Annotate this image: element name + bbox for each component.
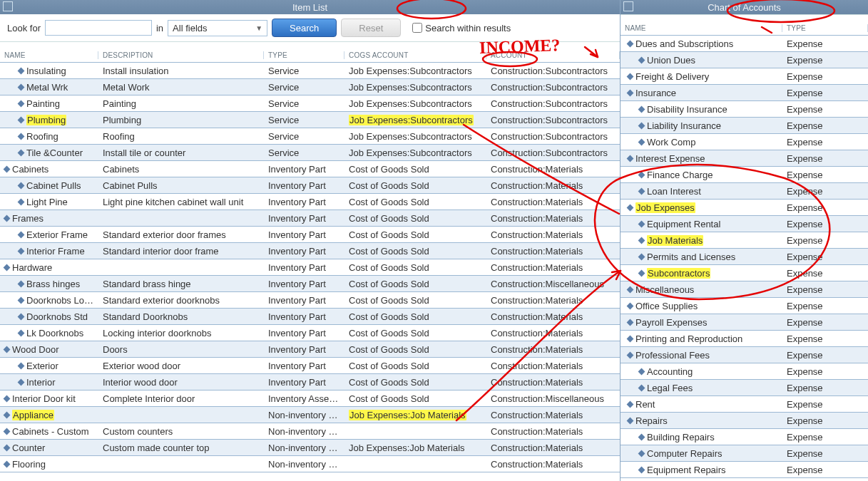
cell-name: Cabinets	[0, 164, 98, 175]
field-select-value: All fields	[173, 23, 207, 33]
table-row[interactable]: Computer RepairsExpense	[621, 445, 868, 462]
table-row[interactable]: Equipment RentalExpense	[621, 216, 868, 232]
table-row[interactable]: Doorknobs StdStandard DoorknobsInventory…	[0, 309, 620, 325]
table-row[interactable]: Freight & DeliveryExpense	[621, 68, 868, 85]
header-description[interactable]: DESCRIPTION	[98, 51, 264, 59]
table-row[interactable]: Lk DoorknobsLocking interior doorknobsIn…	[0, 325, 620, 341]
cell-description: Install tile or counter	[98, 148, 264, 158]
table-row[interactable]: Disability InsuranceExpense	[621, 101, 868, 118]
table-row[interactable]: Printing and ReproductionExpense	[621, 331, 868, 347]
cell-description: Painting	[98, 98, 264, 109]
table-row[interactable]: ExteriorExterior wood doorInventory Part…	[0, 358, 620, 374]
table-row[interactable]: Tile &CounterInstall tile or counterServ…	[0, 145, 620, 161]
table-row[interactable]: Interest ExpenseExpense	[621, 150, 868, 167]
table-row[interactable]: Permits and LicensesExpense	[621, 249, 868, 265]
cell-cogs: Cost of Goods Sold	[344, 213, 486, 224]
search-button[interactable]: Search	[272, 19, 337, 37]
table-row[interactable]: Cabinet PullsCabinet PullsInventory Part…	[0, 177, 620, 194]
diamond-icon	[638, 105, 645, 113]
table-row[interactable]: PlumbingPlumbingServiceJob Expenses:Subc…	[0, 112, 620, 128]
cell-description: Standard exterior doorknobs	[98, 295, 264, 306]
header-cogs-account[interactable]: COGS ACCOUNT	[344, 51, 486, 59]
table-row[interactable]: InteriorInterior wood doorInventory Part…	[0, 374, 620, 391]
table-row[interactable]: Wood DoorDoorsInventory PartCost of Good…	[0, 341, 620, 358]
cell-type: Inventory Part	[264, 344, 344, 355]
table-row[interactable]: Building RepairsExpense	[621, 429, 868, 445]
table-row[interactable]: Dues and SubscriptionsExpense	[621, 36, 868, 52]
table-row[interactable]: Interior Door kitComplete Interior doorI…	[0, 391, 620, 407]
header-name[interactable]: NAME	[0, 51, 98, 59]
field-select[interactable]: All fields ▼	[168, 20, 267, 36]
item-list-titlebar[interactable]: Item List	[0, 0, 620, 14]
cell-type: Non-inventory Part	[264, 410, 344, 420]
table-row[interactable]: Work CompExpense	[621, 134, 868, 150]
cell-description: Standard exterior door frames	[98, 229, 264, 240]
cell-cogs: Job Expenses:Subcontractors	[344, 115, 486, 125]
cell-cogs: Cost of Goods Sold	[344, 295, 486, 306]
table-row[interactable]: Liability InsuranceExpense	[621, 118, 868, 134]
table-row[interactable]: Payroll ExpensesExpense	[621, 314, 868, 331]
window-control-icon[interactable]	[3, 1, 13, 11]
coa-header: NAME TYPE	[621, 14, 868, 36]
table-row[interactable]: RentExpense	[621, 396, 868, 413]
table-row[interactable]: Job MaterialsExpense	[621, 232, 868, 249]
table-row[interactable]: SubcontractorsExpense	[621, 265, 868, 281]
table-row[interactable]: AccountingExpense	[621, 363, 868, 380]
cell-account: Construction:Materials	[486, 229, 620, 240]
window-control-icon[interactable]	[623, 1, 633, 11]
table-row[interactable]: Light PineLight pine kitchen cabinet wal…	[0, 194, 620, 210]
item-list-rows[interactable]: InsulatingInstall insulationServiceJob E…	[0, 63, 620, 481]
table-row[interactable]: Finance ChargeExpense	[621, 167, 868, 183]
diamond-icon	[18, 83, 25, 90]
table-row[interactable]: FramesInventory PartCost of Goods SoldCo…	[0, 210, 620, 227]
cell-type: Expense	[782, 235, 868, 246]
coa-titlebar[interactable]: Chart of Accounts	[621, 0, 868, 14]
table-row[interactable]: Doorknobs Lock...Standard exterior doork…	[0, 292, 620, 309]
table-row[interactable]: InsuranceExpense	[621, 85, 868, 101]
table-row[interactable]: RepairsExpense	[621, 413, 868, 429]
table-row[interactable]: Exterior FrameStandard exterior door fra…	[0, 227, 620, 243]
table-row[interactable]: Office SuppliesExpense	[621, 298, 868, 314]
cell-description: Custom made counter top	[98, 443, 264, 453]
table-row[interactable]: FlooringNon-inventory PartConstruction:M…	[0, 456, 620, 472]
cell-type: Expense	[782, 465, 868, 475]
table-row[interactable]: Metal WrkMetal WorkServiceJob Expenses:S…	[0, 79, 620, 95]
search-within-input[interactable]	[412, 23, 422, 33]
table-row[interactable]: InsulatingInstall insulationServiceJob E…	[0, 63, 620, 79]
header-name[interactable]: NAME	[621, 24, 782, 32]
table-row[interactable]: Legal FeesExpense	[621, 380, 868, 396]
table-row[interactable]: CounterCustom made counter topNon-invent…	[0, 440, 620, 456]
cell-type: Expense	[782, 317, 868, 328]
search-within-checkbox[interactable]: Search within results	[412, 23, 511, 33]
cell-account: Construction:Miscellaneous	[486, 393, 620, 404]
table-row[interactable]: MiscellaneousExpense	[621, 281, 868, 298]
reset-button[interactable]: Reset	[341, 19, 401, 37]
table-row[interactable]: PaintingPaintingServiceJob Expenses:Subc…	[0, 95, 620, 112]
table-row[interactable]: Union DuesExpense	[621, 52, 868, 68]
table-row[interactable]: Job ExpensesExpense	[621, 200, 868, 216]
cell-type: Non-inventory Part	[264, 443, 344, 453]
table-row[interactable]: CabinetsCabinetsInventory PartCost of Go…	[0, 161, 620, 177]
table-row[interactable]: RoofingRoofingServiceJob Expenses:Subcon…	[0, 128, 620, 145]
cell-type: Expense	[782, 415, 868, 426]
header-type[interactable]: TYPE	[264, 51, 344, 59]
table-row[interactable]: Professional FeesExpense	[621, 347, 868, 363]
diamond-icon	[627, 155, 634, 162]
table-row[interactable]: Brass hingesStandard brass hingeInventor…	[0, 276, 620, 292]
cell-type: Expense	[782, 366, 868, 377]
cell-cogs: Cost of Goods Sold	[344, 361, 486, 371]
table-row[interactable]: Cabinets - CustomCustom countersNon-inve…	[0, 423, 620, 440]
header-type[interactable]: TYPE	[782, 24, 868, 32]
table-row[interactable]: ApplianceNon-inventory PartJob Expenses:…	[0, 407, 620, 423]
diamond-icon	[627, 335, 634, 342]
cell-cogs: Job Expenses:Subcontractors	[344, 98, 486, 109]
diamond-icon	[638, 433, 645, 440]
diamond-icon	[18, 231, 25, 238]
table-row[interactable]: HardwareInventory PartCost of Goods Sold…	[0, 259, 620, 276]
coa-rows[interactable]: Dues and SubscriptionsExpenseUnion DuesE…	[621, 36, 868, 481]
table-row[interactable]: Interior FrameStandard interior door fra…	[0, 243, 620, 259]
search-input[interactable]	[45, 20, 152, 36]
table-row[interactable]: Equipment RepairsExpense	[621, 462, 868, 478]
cell-name: Wood Door	[0, 344, 98, 355]
table-row[interactable]: Loan InterestExpense	[621, 183, 868, 200]
